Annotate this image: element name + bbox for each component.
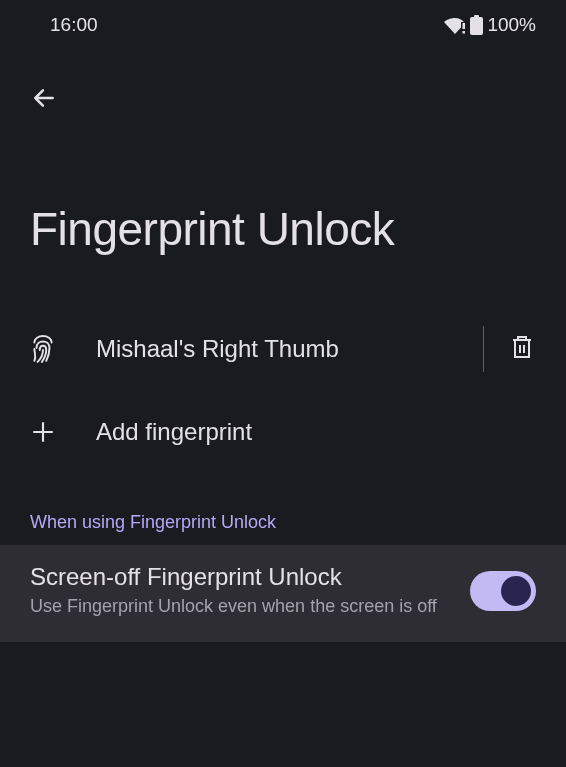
add-fingerprint-button[interactable]: Add fingerprint [0, 392, 566, 472]
fingerprint-item[interactable]: Mishaal's Right Thumb [0, 306, 566, 392]
nav-bar [0, 44, 566, 120]
screen-off-unlock-row[interactable]: Screen-off Fingerprint Unlock Use Finger… [0, 545, 566, 642]
delete-fingerprint-button[interactable] [508, 334, 536, 364]
trash-icon [510, 334, 534, 364]
fingerprint-label: Mishaal's Right Thumb [66, 335, 459, 363]
battery-percent: 100% [487, 14, 536, 36]
svg-rect-2 [470, 17, 483, 35]
svg-rect-3 [474, 15, 479, 18]
arrow-back-icon [31, 85, 57, 115]
back-button[interactable] [24, 80, 64, 120]
battery-icon [470, 15, 483, 35]
page-title: Fingerprint Unlock [0, 120, 566, 306]
svg-rect-0 [463, 23, 466, 29]
toggle-thumb [501, 576, 531, 606]
fingerprint-icon [30, 335, 66, 363]
wifi-alert-icon [444, 16, 466, 34]
status-time: 16:00 [50, 14, 98, 36]
status-right: 100% [444, 14, 536, 36]
plus-icon [30, 419, 66, 445]
status-bar: 16:00 100% [0, 0, 566, 44]
setting-text: Screen-off Fingerprint Unlock Use Finger… [30, 563, 470, 618]
section-header: When using Fingerprint Unlock [0, 472, 566, 545]
svg-rect-1 [463, 31, 466, 34]
setting-title: Screen-off Fingerprint Unlock [30, 563, 454, 591]
fingerprint-list: Mishaal's Right Thumb Add fingerprint [0, 306, 566, 472]
add-fingerprint-label: Add fingerprint [66, 418, 536, 446]
setting-description: Use Fingerprint Unlock even when the scr… [30, 595, 454, 618]
screen-off-toggle[interactable] [470, 571, 536, 611]
divider [483, 326, 484, 372]
